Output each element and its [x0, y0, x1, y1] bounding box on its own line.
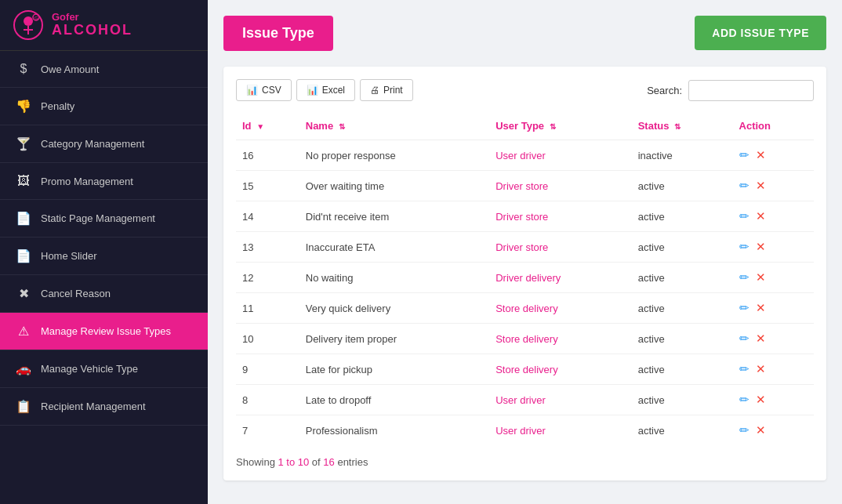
delete-icon[interactable]: ✕ — [756, 179, 766, 193]
logo: G Gofer ALCOHOL — [0, 0, 208, 51]
edit-icon[interactable]: ✏ — [739, 301, 749, 315]
sidebar-item-label: Promo Management — [41, 176, 133, 187]
user-type-link[interactable]: Store delivery — [495, 303, 557, 314]
print-button[interactable]: 🖨 Print — [360, 79, 413, 101]
cell-status: active — [632, 385, 733, 415]
delete-icon[interactable]: ✕ — [756, 423, 766, 437]
delete-icon[interactable]: ✕ — [756, 301, 766, 315]
cell-action: ✏ ✕ — [733, 201, 814, 232]
edit-icon[interactable]: ✏ — [739, 240, 749, 254]
edit-icon[interactable]: ✏ — [739, 270, 749, 285]
cell-status: active — [632, 201, 733, 232]
cell-action: ✏ ✕ — [733, 324, 814, 354]
edit-icon[interactable]: ✏ — [739, 362, 749, 376]
search-label: Search: — [647, 85, 682, 96]
edit-icon[interactable]: ✏ — [739, 179, 749, 193]
table-row: 15 Over waiting time Driver store active… — [236, 171, 814, 201]
delete-icon[interactable]: ✕ — [756, 209, 766, 223]
sidebar-item-cancel-reason[interactable]: ✖ Cancel Reason — [0, 275, 208, 313]
cocktail-icon: 🍸 — [16, 136, 31, 151]
svg-text:G: G — [34, 16, 38, 20]
table-container: 📊 CSV 📊 Excel 🖨 Print Search: — [223, 67, 826, 480]
excel-label: Excel — [322, 85, 345, 96]
col-user-type: User Type ⇅ — [489, 112, 632, 140]
user-type-sort-icon: ⇅ — [550, 122, 556, 131]
cell-id: 14 — [236, 201, 299, 232]
user-type-link[interactable]: User driver — [495, 150, 546, 161]
sidebar-item-home-slider[interactable]: 📄 Home Slider — [0, 237, 208, 275]
main-content: Issue Type ADD ISSUE TYPE 📊 CSV 📊 Excel … — [208, 0, 842, 504]
col-id: Id ▼ — [236, 112, 299, 140]
edit-icon[interactable]: ✏ — [739, 393, 749, 407]
sidebar-item-manage-review-issue-types[interactable]: ⚠ Manage Review Issue Types — [0, 313, 208, 350]
delete-icon[interactable]: ✕ — [756, 270, 766, 285]
sidebar: G Gofer ALCOHOL $ Owe Amount 👎 Penalty 🍸… — [0, 0, 208, 504]
footer-mid: of — [309, 456, 323, 468]
sidebar-item-owe-amount[interactable]: $ Owe Amount — [0, 51, 208, 88]
sidebar-item-promo-management[interactable]: 🖼 Promo Management — [0, 163, 208, 200]
user-type-link[interactable]: Driver store — [495, 241, 548, 253]
table-row: 14 Did'nt receive item Driver store acti… — [236, 201, 814, 232]
user-type-link[interactable]: Driver store — [495, 180, 548, 192]
cell-status: inactive — [632, 140, 733, 171]
search-input[interactable] — [688, 80, 814, 101]
add-issue-type-button[interactable]: ADD ISSUE TYPE — [695, 16, 826, 50]
cell-status: active — [632, 415, 733, 446]
cell-status: active — [632, 232, 733, 263]
excel-button[interactable]: 📊 Excel — [296, 79, 355, 101]
logo-alcohol: ALCOHOL — [52, 23, 132, 38]
user-type-link[interactable]: User driver — [495, 425, 546, 437]
edit-icon[interactable]: ✏ — [739, 148, 749, 162]
table-row: 9 Late for pickup Store delivery active … — [236, 354, 814, 385]
sidebar-item-label: Manage Review Issue Types — [41, 325, 171, 337]
cell-status: active — [632, 354, 733, 385]
user-type-link[interactable]: Store delivery — [495, 364, 557, 375]
cell-id: 8 — [236, 385, 299, 415]
user-type-link[interactable]: Driver delivery — [495, 272, 561, 284]
sidebar-item-recipient-management[interactable]: 📋 Recipient Management — [0, 388, 208, 426]
sidebar-item-manage-vehicle-type[interactable]: 🚗 Manage Vehicle Type — [0, 350, 208, 388]
footer-total: 16 — [323, 456, 334, 468]
logo-text: Gofer ALCOHOL — [52, 12, 132, 38]
sidebar-item-label: Owe Amount — [41, 63, 99, 75]
col-action: Action — [733, 112, 814, 140]
col-status: Status ⇅ — [632, 112, 733, 140]
edit-icon[interactable]: ✏ — [739, 209, 749, 223]
cell-action: ✏ ✕ — [733, 415, 814, 446]
cell-user-type: Store delivery — [489, 293, 632, 324]
cell-user-type: User driver — [489, 140, 632, 171]
user-type-link[interactable]: Store delivery — [495, 333, 557, 345]
edit-icon[interactable]: ✏ — [739, 332, 749, 346]
table-row: 7 Professionalism User driver active ✏ ✕ — [236, 415, 814, 446]
cell-action: ✏ ✕ — [733, 140, 814, 171]
user-type-link[interactable]: User driver — [495, 394, 546, 406]
cell-name: Inaccurate ETA — [299, 232, 489, 263]
sidebar-item-label: Penalty — [41, 100, 74, 112]
csv-button[interactable]: 📊 CSV — [236, 79, 292, 101]
cell-user-type: Driver delivery — [489, 263, 632, 293]
user-type-link[interactable]: Driver store — [495, 211, 548, 223]
cell-id: 16 — [236, 140, 299, 171]
cell-status: active — [632, 293, 733, 324]
car-icon: 🚗 — [16, 361, 31, 376]
cell-name: Late to dropoff — [299, 385, 489, 415]
sidebar-item-static-page-management[interactable]: 📄 Static Page Management — [0, 200, 208, 237]
cell-action: ✏ ✕ — [733, 171, 814, 201]
delete-icon[interactable]: ✕ — [756, 332, 766, 346]
cell-name: Over waiting time — [299, 171, 489, 201]
clipboard-icon: 📋 — [16, 399, 31, 414]
edit-icon[interactable]: ✏ — [739, 423, 749, 437]
delete-icon[interactable]: ✕ — [756, 148, 766, 162]
delete-icon[interactable]: ✕ — [756, 393, 766, 407]
cell-action: ✏ ✕ — [733, 354, 814, 385]
delete-icon[interactable]: ✕ — [756, 240, 766, 254]
sidebar-item-penalty[interactable]: 👎 Penalty — [0, 88, 208, 125]
cell-name: Very quick delivery — [299, 293, 489, 324]
id-sort-icon: ▼ — [256, 122, 264, 131]
table-row: 12 No waiting Driver delivery active ✏ ✕ — [236, 263, 814, 293]
cell-user-type: Driver store — [489, 232, 632, 263]
cell-name: Late for pickup — [299, 354, 489, 385]
sidebar-item-label: Manage Vehicle Type — [41, 363, 138, 375]
delete-icon[interactable]: ✕ — [756, 362, 766, 376]
sidebar-item-category-management[interactable]: 🍸 Category Management — [0, 125, 208, 163]
